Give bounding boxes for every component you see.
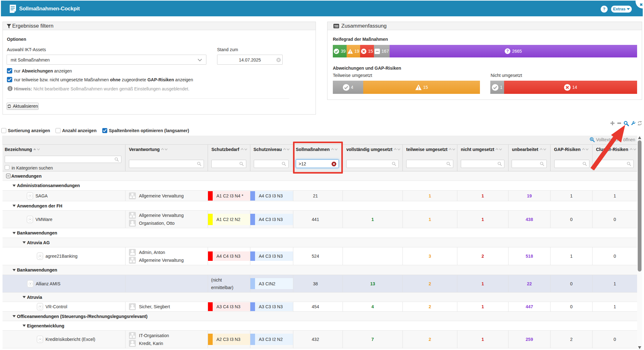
svg-text:?: ?	[507, 49, 509, 53]
